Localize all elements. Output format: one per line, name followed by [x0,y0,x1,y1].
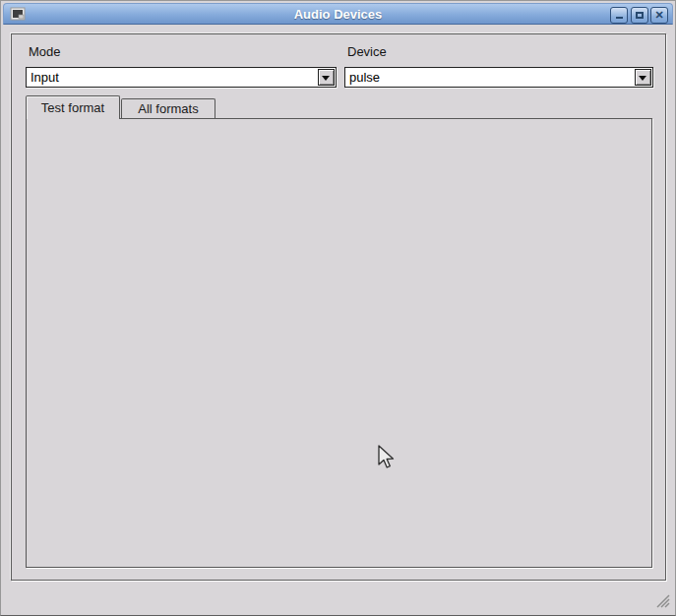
dropdown-arrow-button[interactable] [635,69,651,86]
resize-grip[interactable] [656,594,670,608]
device-combobox[interactable]: pulse [344,67,653,88]
test-format-panel [26,118,652,568]
mode-label: Mode [29,44,61,59]
close-button[interactable]: ✕ [650,7,668,24]
device-label: Device [347,44,387,59]
mode-combobox[interactable]: Input [26,67,337,88]
audio-devices-window: Audio Devices ✕ Mode Input Device pulse … [0,0,676,616]
window-title: Audio Devices [4,4,672,26]
mode-value: Input [31,70,59,85]
maximize-button[interactable] [631,7,648,24]
minimize-button[interactable] [610,7,628,24]
titlebar[interactable]: Audio Devices ✕ [3,3,673,25]
minimize-icon [616,17,623,19]
tab-test-format[interactable]: Test format [26,95,120,119]
device-value: pulse [349,70,380,85]
maximize-icon [636,12,644,19]
resize-grip-icon [656,594,670,608]
dropdown-arrow-button[interactable] [318,69,335,86]
tab-all-formats[interactable]: All formats [121,98,215,118]
close-icon: ✕ [651,8,667,23]
